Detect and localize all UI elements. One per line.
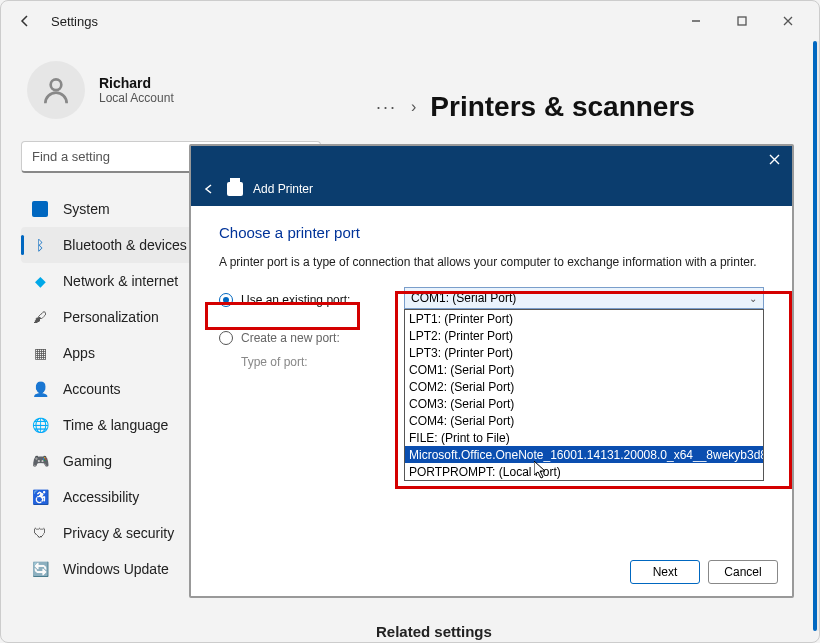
gaming-icon: 🎮 [31, 452, 49, 470]
related-settings-heading: Related settings [376, 623, 789, 640]
window-edge [817, 41, 819, 631]
port-option[interactable]: LPT1: (Printer Port) [405, 310, 763, 327]
chevron-right-icon: › [411, 98, 416, 116]
radio-icon [219, 331, 233, 345]
port-option[interactable]: COM3: (Serial Port) [405, 395, 763, 412]
dialog-title: Add Printer [253, 182, 313, 196]
user-name: Richard [99, 75, 174, 91]
port-combobox[interactable]: COM1: (Serial Port) ⌄ [404, 287, 764, 309]
button-label: Next [653, 565, 678, 579]
dialog-close-button[interactable] [762, 149, 786, 169]
dialog-description: A printer port is a type of connection t… [219, 255, 764, 269]
search-placeholder: Find a setting [32, 149, 110, 164]
nav-label: Network & internet [63, 273, 178, 289]
port-option[interactable]: COM4: (Serial Port) [405, 412, 763, 429]
radio-group: Use an existing port: Create a new port:… [219, 287, 384, 369]
window-controls [673, 5, 811, 37]
dialog-titlebar [191, 146, 792, 172]
nav-label: Bluetooth & devices [63, 237, 187, 253]
avatar [27, 61, 85, 119]
button-label: Cancel [724, 565, 761, 579]
radio-label: Create a new port: [241, 331, 340, 345]
accounts-icon: 👤 [31, 380, 49, 398]
nav-label: Privacy & security [63, 525, 174, 541]
dialog-back-button[interactable] [201, 181, 217, 197]
chevron-down-icon: ⌄ [749, 293, 757, 304]
add-printer-dialog: Add Printer Choose a printer port A prin… [189, 144, 794, 598]
nav-label: Apps [63, 345, 95, 361]
accessibility-icon: ♿ [31, 488, 49, 506]
dialog-footer: Next Cancel [630, 560, 778, 584]
nav-label: Windows Update [63, 561, 169, 577]
printer-icon [227, 182, 243, 196]
type-of-port-label: Type of port: [241, 355, 384, 369]
port-option[interactable]: PORTPROMPT: (Local Port) [405, 463, 763, 480]
nav-label: Accessibility [63, 489, 139, 505]
personalization-icon: 🖌 [31, 308, 49, 326]
port-listbox[interactable]: LPT1: (Printer Port)LPT2: (Printer Port)… [404, 309, 764, 481]
next-button[interactable]: Next [630, 560, 700, 584]
svg-point-2 [51, 79, 62, 90]
radio-icon [219, 293, 233, 307]
user-subtitle: Local Account [99, 91, 174, 105]
port-option[interactable]: Microsoft.Office.OneNote_16001.14131.200… [405, 446, 763, 463]
port-option[interactable]: LPT3: (Printer Port) [405, 344, 763, 361]
page-title: Printers & scanners [430, 91, 695, 123]
close-button[interactable] [765, 5, 811, 37]
nav-label: Accounts [63, 381, 121, 397]
radio-label: Use an existing port: [241, 293, 350, 307]
radio-create-port[interactable]: Create a new port: [219, 325, 384, 351]
port-option[interactable]: COM2: (Serial Port) [405, 378, 763, 395]
breadcrumb: ··· › Printers & scanners [376, 91, 789, 123]
dialog-heading: Choose a printer port [219, 224, 764, 241]
dialog-header: Add Printer [191, 172, 792, 206]
combobox-value: COM1: (Serial Port) [411, 291, 516, 305]
port-option[interactable]: COM1: (Serial Port) [405, 361, 763, 378]
user-card[interactable]: Richard Local Account [21, 61, 356, 119]
window-title: Settings [51, 14, 98, 29]
apps-icon: ▦ [31, 344, 49, 362]
network-icon: ◆ [31, 272, 49, 290]
system-icon [31, 200, 49, 218]
maximize-button[interactable] [719, 5, 765, 37]
back-button[interactable] [9, 5, 41, 37]
nav-label: Gaming [63, 453, 112, 469]
time-icon: 🌐 [31, 416, 49, 434]
update-icon: 🔄 [31, 560, 49, 578]
cancel-button[interactable]: Cancel [708, 560, 778, 584]
titlebar: Settings [1, 1, 819, 41]
port-option[interactable]: LPT2: (Printer Port) [405, 327, 763, 344]
svg-rect-1 [738, 17, 746, 25]
nav-label: System [63, 201, 110, 217]
nav-label: Time & language [63, 417, 168, 433]
nav-label: Personalization [63, 309, 159, 325]
bluetooth-icon: ᛒ [31, 236, 49, 254]
minimize-button[interactable] [673, 5, 719, 37]
breadcrumb-ellipsis[interactable]: ··· [376, 97, 397, 118]
dialog-body: Choose a printer port A printer port is … [191, 206, 792, 499]
radio-existing-port[interactable]: Use an existing port: [219, 287, 384, 313]
port-option[interactable]: FILE: (Print to File) [405, 429, 763, 446]
privacy-icon: 🛡 [31, 524, 49, 542]
